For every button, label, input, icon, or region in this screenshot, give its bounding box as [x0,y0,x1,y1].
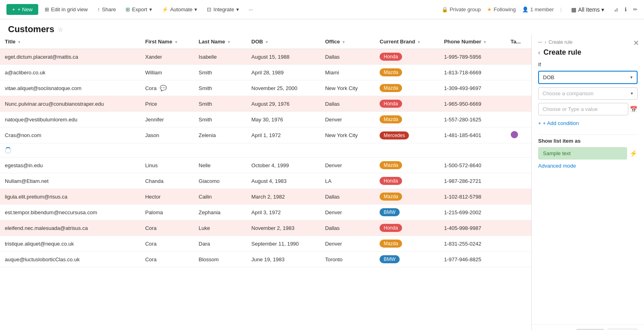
table-row[interactable] [0,143,531,158]
cell-brand: Mazda [375,112,439,127]
calendar-icon[interactable]: 📅 [630,106,638,113]
cell-title: auque@luctusloborticClas.co.uk [0,252,140,267]
cell-extra [506,80,531,96]
grid-icon: ⊞ [45,6,49,12]
cell-title: egestas@in.edu [0,158,140,173]
cell-dob: March 2, 1982 [247,189,320,205]
new-button[interactable]: + + New [6,4,38,15]
col-current-brand[interactable]: Current Brand ▾ [375,35,439,49]
new-label: + New [18,6,33,12]
comparison-dropdown[interactable]: Choose a comparison ▾ [538,87,638,100]
cell-title: Nunc.pulvinar.arcu@conubianostraper.edu [0,96,140,112]
col-first-name[interactable]: First Name ▾ [140,35,194,49]
condition-field-dropdown[interactable]: DOB ▾ [538,71,638,84]
cell-brand [375,143,439,158]
lock-icon: 🔒 [442,6,448,12]
cell-office: Dallas [320,49,375,65]
pencil-icon: ✏ [633,6,638,12]
cell-title: natoque@vestibulumlorem.edu [0,112,140,127]
members-item[interactable]: 👤 1 member [522,6,554,12]
table-row[interactable]: ligula.elit.pretium@risus.caHectorCailin… [0,189,531,205]
add-condition-button[interactable]: + + Add condition [538,119,579,128]
cell-office [320,143,375,158]
table-row[interactable]: Nunc.pulvinar.arcu@conubianostraper.eduP… [0,96,531,112]
table-row[interactable]: natoque@vestibulumlorem.eduJenniferSmith… [0,112,531,127]
advanced-mode-button[interactable]: Advanced mode [538,160,576,172]
cell-first-name: Chanda [140,173,194,189]
value-input[interactable]: Choose or Type a value [538,103,628,115]
table-row[interactable]: est.tempor.bibendum@neccursusa.comPaloma… [0,205,531,220]
integrate-button[interactable]: ⊡ Integrate ▾ [204,5,242,14]
col-dob[interactable]: DOB ▾ [247,35,320,49]
more-button[interactable]: ··· [246,5,256,14]
cell-office: Denver [320,205,375,220]
all-items-button[interactable]: ▦ All Items ▾ [568,5,607,14]
data-table: Title ▾ First Name ▾ Last Name ▾ DOB ▾ O… [0,35,531,267]
share-icon: ↑ [97,6,100,12]
divider [538,134,638,135]
star-favorite-icon[interactable]: ☆ [58,26,63,33]
brand-badge: Mazda [380,84,402,92]
table-row[interactable]: Nullam@Etiam.netChandaGiacomoAugust 4, 1… [0,173,531,189]
private-group-item[interactable]: 🔒 Private group [442,6,481,12]
brand-badge: BMW [380,255,399,263]
cell-brand: Mazda [375,80,439,96]
filter-button[interactable]: ⊿ [614,6,618,12]
col-phone-number[interactable]: Phone Number ▾ [439,35,506,49]
col-title[interactable]: Title ▾ [0,35,140,49]
cell-office: New York City [320,80,375,96]
table-row[interactable]: eleifend.nec.malesuada@atrisus.caCoraLuk… [0,220,531,236]
condition-field-value: DOB [543,74,554,80]
table-row[interactable]: eget.dictum.placerat@mattis.caXanderIsab… [0,49,531,65]
cell-last-name: Dara [194,236,247,252]
edit-button[interactable]: ✏ [633,6,638,12]
table-row[interactable]: a@aclibero.co.ukWilliamSmithApril 28, 19… [0,65,531,80]
table-row[interactable]: vitae.aliquet@sociisnatoque.comCora 💬Smi… [0,80,531,96]
export-button[interactable]: ⊞ Export ▾ [122,5,155,14]
automate-button[interactable]: ⚡ Automate ▾ [159,5,201,14]
cell-office: Denver [320,112,375,127]
private-group-label: Private group [450,6,481,12]
panel-title: Create rule [543,48,581,57]
table-row[interactable]: auque@luctusloborticClas.co.ukCoraBlosso… [0,252,531,267]
cell-dob: August 29, 1976 [247,96,320,112]
panel-close-button[interactable]: ✕ [633,39,639,47]
sample-text-box[interactable]: Sample text [538,147,627,160]
cell-brand: Honda [375,49,439,65]
integrate-label: Integrate [213,6,234,12]
cell-last-name: Smith [194,65,247,80]
breadcrumb-create-rule[interactable]: Create rule [549,39,572,45]
cell-extra [506,236,531,252]
cell-brand: Mazda [375,158,439,173]
lightning-icon[interactable]: ⚡ [630,150,638,157]
cell-extra [506,158,531,173]
cell-office: Miami [320,65,375,80]
table-row[interactable]: Cras@non.comJasonZeleniaApril 1, 1972New… [0,127,531,143]
cell-last-name: Nelle [194,158,247,173]
share-label: Share [102,6,116,12]
value-input-row: Choose or Type a value 📅 [538,103,638,115]
following-item[interactable]: ★ Following [487,6,516,12]
cell-dob: April 3, 1972 [247,205,320,220]
star-icon: ★ [487,6,492,12]
cell-last-name: Isabelle [194,49,247,65]
chat-icon[interactable]: 💬 [158,85,167,91]
cell-last-name: Zelenia [194,127,247,143]
info-button[interactable]: ℹ [625,6,627,12]
cell-phone: 1-557-280-1625 [439,112,506,127]
cell-phone: 1-309-493-9697 [439,80,506,96]
brand-badge: Mazda [380,240,402,248]
cell-phone: 1-977-946-8825 [439,252,506,267]
brand-badge: Mazda [380,115,402,123]
share-button[interactable]: ↑ Share [94,5,119,14]
edit-grid-button[interactable]: ⊞ Edit in grid view [41,5,91,14]
cell-brand: Honda [375,173,439,189]
panel-back-button[interactable]: ‹ [538,49,540,56]
col-office[interactable]: Office ▾ [320,35,375,49]
col-ta[interactable]: Ta... [506,35,531,49]
col-last-name[interactable]: Last Name ▾ [194,35,247,49]
table-row[interactable]: egestas@in.eduLinusNelleOctober 4, 1999D… [0,158,531,173]
table-row[interactable]: tristique.aliquet@neque.co.ukCoraDaraSep… [0,236,531,252]
table-wrapper[interactable]: Title ▾ First Name ▾ Last Name ▾ DOB ▾ O… [0,35,531,324]
cell-brand: Mazda [375,236,439,252]
